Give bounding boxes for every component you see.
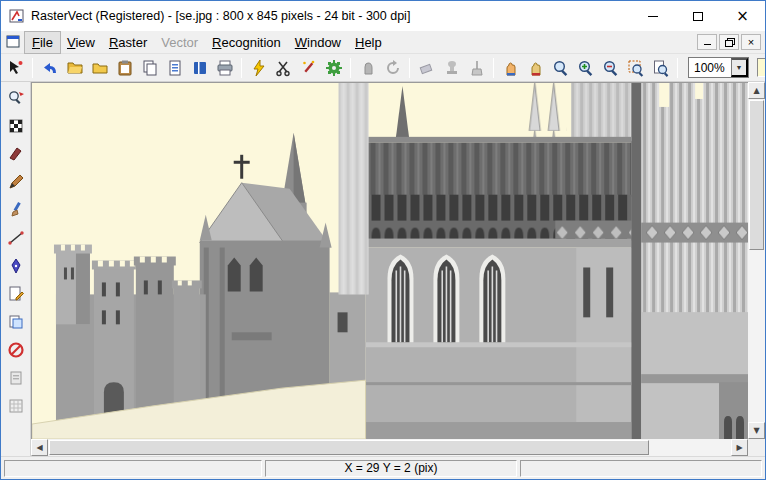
print-button[interactable] [212,56,237,80]
arrow-left-icon: ◀ [36,443,42,452]
scroll-up-button[interactable]: ▲ [748,82,765,99]
minimize-button[interactable] [630,1,675,31]
vertical-scrollbar[interactable]: ▲ ▼ [748,82,765,439]
zoom-value: 100% [689,58,731,77]
pencil-icon [7,173,25,191]
zoom-in-button[interactable] [573,56,598,80]
gray-page-icon [7,369,25,387]
vertical-scroll-track[interactable] [748,251,765,422]
checker-pattern-icon [7,117,25,135]
area-zoom-tool-button[interactable] [3,86,29,110]
scroll-right-button[interactable]: ▶ [731,439,748,456]
arrow-up-icon: ▲ [753,86,759,95]
checker-pattern-tool-button[interactable] [3,114,29,138]
scroll-down-button[interactable]: ▼ [748,422,765,439]
grab-tool-button[interactable] [523,56,548,80]
no-entry-tool-button[interactable] [3,338,29,362]
toolbar-separator [409,58,410,78]
menu-file[interactable]: File [25,32,60,53]
copy-button[interactable] [137,56,162,80]
zoom-selection-button[interactable] [623,56,648,80]
arrow-down-icon: ▼ [753,426,759,435]
vectorize-button[interactable] [246,56,271,80]
folder-icon [91,59,109,77]
zoom-selection-icon [627,59,645,77]
zoom-combobox[interactable]: 100% ▼ [688,57,749,78]
zoom-in-icon [577,59,595,77]
hand-tool-button[interactable] [498,56,523,80]
line-icon [7,229,25,247]
folder-button[interactable] [87,56,112,80]
grid-page-tool-button[interactable] [3,394,29,418]
stamp-button-disabled [439,56,464,80]
zoom-out-button[interactable] [598,56,623,80]
child-close-button[interactable]: × [741,34,761,50]
line-tool-button[interactable] [3,226,29,250]
app-window: RasterVect (Registered) - [se.jpg : 800 … [0,0,766,480]
zoom-button[interactable] [548,56,573,80]
status-panel-right [520,460,762,477]
scrollbar-corner [748,439,765,456]
lightning-icon [250,59,268,77]
child-minimize-button[interactable] [697,34,717,50]
book-icon [191,59,209,77]
horizontal-scrollbar[interactable]: ◀ ▶ [31,439,748,456]
zoom-out-icon [602,59,620,77]
note-edit-tool-button[interactable] [3,282,29,306]
zoom-fit-button[interactable] [648,56,673,80]
child-restore-icon [725,38,734,46]
brush-tool-button[interactable] [3,198,29,222]
close-button[interactable]: × [720,1,765,31]
window-title: RasterVect (Registered) - [se.jpg : 800 … [31,9,630,23]
tool-palette [1,82,31,456]
status-bar: X = 29 Y = 2 (pix) [1,456,765,479]
gray-page-tool-button[interactable] [3,366,29,390]
hand-tool-icon [502,59,520,77]
horizontal-scroll-track[interactable] [650,439,731,456]
area-zoom-icon [7,89,25,107]
rotate-icon [384,59,402,77]
zoom-dropdown-button[interactable]: ▼ [731,58,748,77]
paste-button[interactable] [112,56,137,80]
menu-vector: Vector [154,32,205,53]
pen-tool-button[interactable] [3,254,29,278]
app-icon [9,8,25,24]
open-button[interactable] [62,56,87,80]
menu-window[interactable]: Window [288,32,348,53]
options-button[interactable] [321,56,346,80]
scroll-left-button[interactable]: ◀ [31,439,48,456]
child-restore-button[interactable] [719,34,739,50]
maximize-button[interactable] [675,1,720,31]
notes-button[interactable] [162,56,187,80]
menu-help[interactable]: Help [348,32,389,53]
title-bar[interactable]: RasterVect (Registered) - [se.jpg : 800 … [1,1,765,31]
toolbar-separator [677,58,678,78]
cursor-position-text: X = 29 Y = 2 (pix) [345,461,438,475]
book-button[interactable] [187,56,212,80]
main-toolbar: 100% ▼ [1,54,765,82]
document-icon [6,35,21,49]
menu-raster[interactable]: Raster [102,32,154,53]
pan-hand-icon [359,59,377,77]
undo-icon [41,59,59,77]
horizontal-scroll-thumb[interactable] [49,440,649,455]
image-canvas[interactable] [31,82,748,439]
menu-view[interactable]: View [60,32,102,53]
pencil-tool-button[interactable] [3,170,29,194]
arrow-right-icon: ▶ [736,443,742,452]
gear-icon [325,59,343,77]
eraser-icon [418,59,436,77]
no-entry-icon [7,341,25,359]
minimize-icon [648,16,658,17]
magic-wand-button[interactable] [296,56,321,80]
toolbar-separator [32,58,33,78]
knife-tool-button[interactable] [3,142,29,166]
menu-recognition[interactable]: Recognition [205,32,288,53]
vertical-scroll-thumb[interactable] [749,100,764,250]
pointer-wizard-button[interactable] [3,56,28,80]
pages-tool-button[interactable] [3,310,29,334]
scissors-button[interactable] [271,56,296,80]
pen-nib-icon [7,257,25,275]
undo-button[interactable] [37,56,62,80]
color-swatch[interactable] [757,58,766,77]
